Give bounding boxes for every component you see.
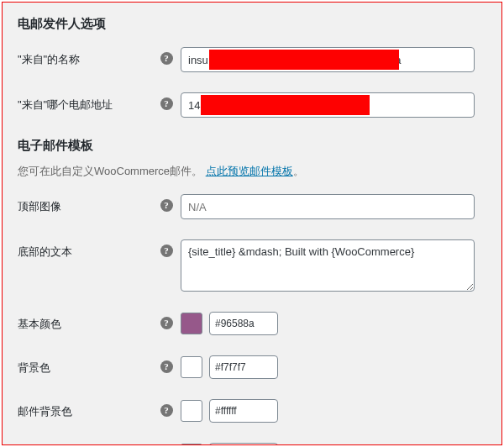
bg-color-label: 背景色	[18, 355, 159, 376]
sender-heading: 电邮发件人选项	[18, 16, 486, 32]
footer-text-input[interactable]	[181, 239, 475, 292]
preview-template-link[interactable]: 点此预览邮件模板	[206, 165, 293, 177]
base-color-input[interactable]	[209, 312, 278, 335]
help-icon[interactable]: ?	[159, 245, 174, 257]
base-color-swatch[interactable]	[181, 313, 202, 334]
from-address-row: "来自"哪个电邮地址 ?	[18, 92, 486, 118]
help-icon[interactable]: ?	[159, 404, 174, 417]
redaction	[209, 50, 399, 70]
redaction	[201, 95, 370, 115]
help-icon[interactable]: ?	[159, 360, 174, 373]
text-color-label: 邮件文本色	[18, 443, 159, 445]
from-address-label: "来自"哪个电邮地址	[18, 92, 159, 113]
base-color-label: 基本颜色	[18, 312, 159, 332]
from-name-label: "来自"的名称	[18, 47, 159, 67]
header-image-input[interactable]	[181, 194, 475, 219]
bg-color-row: 背景色 ?	[18, 355, 486, 379]
text-color-row: 邮件文本色 ?	[18, 443, 486, 445]
footer-text-label: 底部的文本	[18, 239, 159, 260]
bg-color-input[interactable]	[209, 355, 278, 379]
template-heading: 电子邮件模板	[18, 138, 486, 154]
help-icon[interactable]: ?	[159, 97, 174, 110]
settings-panel: 电邮发件人选项 "来自"的名称 ? "来自"哪个电邮地址 ? 电子邮件模板 您可…	[2, 2, 502, 445]
text-color-swatch[interactable]	[181, 444, 202, 445]
header-image-label: 顶部图像	[18, 194, 159, 214]
text-color-input[interactable]	[209, 443, 278, 445]
from-name-row: "来自"的名称 ?	[18, 47, 486, 72]
body-bg-color-input[interactable]	[209, 399, 278, 423]
bg-color-swatch[interactable]	[181, 356, 202, 378]
body-bg-color-row: 邮件背景色 ?	[18, 399, 486, 423]
help-icon[interactable]: ?	[159, 199, 174, 212]
help-icon[interactable]: ?	[159, 317, 174, 329]
body-bg-color-swatch[interactable]	[181, 400, 202, 422]
header-image-row: 顶部图像 ?	[18, 194, 486, 219]
base-color-row: 基本颜色 ?	[18, 312, 486, 335]
footer-text-row: 底部的文本 ?	[18, 239, 486, 292]
template-description: 您可在此自定义WooCommerce邮件。 点此预览邮件模板。	[18, 164, 486, 179]
body-bg-color-label: 邮件背景色	[18, 399, 159, 419]
help-icon[interactable]: ?	[159, 52, 174, 65]
